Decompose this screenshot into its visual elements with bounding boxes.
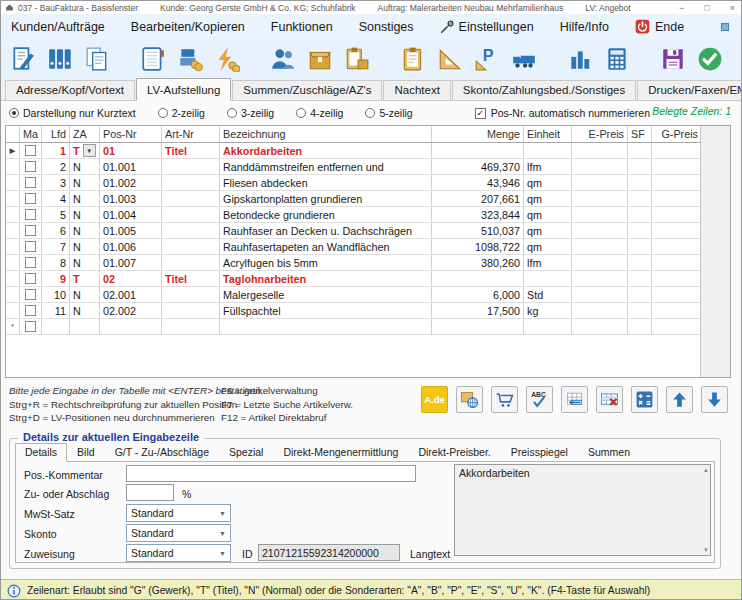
article-web-button[interactable]: [456, 386, 483, 413]
zuweisung-select[interactable]: Standard▼: [126, 544, 231, 562]
menu-sonstiges[interactable]: Sonstiges: [359, 20, 414, 34]
column-header-menge[interactable]: Menge: [432, 126, 524, 142]
row-checkbox[interactable]: [25, 145, 36, 156]
maximize-button[interactable]: □: [704, 3, 709, 13]
calculator-button[interactable]: [601, 43, 633, 75]
table-row[interactable]: 10N02.001Malergeselle6,000Std: [6, 287, 703, 303]
column-header-e-preis[interactable]: E-Preis: [572, 126, 628, 142]
calculator-button[interactable]: [631, 386, 658, 413]
tab-skonto-zahlungsbed-sonstiges[interactable]: Skonto/Zahlungsbed./Sonstiges: [452, 80, 636, 100]
column-header-g-preis[interactable]: G-Preis: [652, 126, 702, 142]
details-tab-details[interactable]: Details: [15, 443, 67, 462]
menu-ende[interactable]: Ende: [635, 19, 684, 34]
row-checkbox[interactable]: [25, 289, 36, 300]
column-header-einheit[interactable]: Einheit: [524, 126, 572, 142]
package-button[interactable]: [304, 43, 336, 75]
column-header-art-nr[interactable]: Art-Nr: [162, 126, 220, 142]
table-row[interactable]: 11N02.002Füllspachtel17,500kg: [6, 303, 703, 319]
tab-adresse-kopf-vortext[interactable]: Adresse/Kopf/Vortext: [5, 80, 135, 100]
row-checkbox[interactable]: [25, 177, 36, 188]
row-checkbox[interactable]: [25, 193, 36, 204]
clipboard-button[interactable]: [397, 43, 429, 75]
column-header-bezeichnung[interactable]: Bezeichnung: [220, 126, 432, 142]
toolbar-grip[interactable]: [721, 23, 729, 31]
menu-funktionen[interactable]: Funktionen: [271, 20, 333, 34]
clipboard-package-button[interactable]: [341, 43, 373, 75]
radio-2-zeilig[interactable]: 2-zeilig: [158, 107, 205, 119]
radio-3-zeilig[interactable]: 3-zeilig: [227, 107, 274, 119]
delete-row-button[interactable]: [596, 386, 623, 413]
details-tab-g-t-zu-abschläge[interactable]: G/T - Zu-/Abschläge: [105, 443, 219, 462]
details-tab-direkt-preisber[interactable]: Direkt-Preisber.: [408, 443, 500, 462]
column-header-pos-nr[interactable]: Pos-Nr: [100, 126, 162, 142]
column-header-sf[interactable]: SF: [628, 126, 652, 142]
table-row[interactable]: 6N01.005Rauhfaser an Decken u. Dachschrä…: [6, 223, 703, 239]
tab-nachtext[interactable]: Nachtext: [383, 80, 450, 100]
details-tab-spezial[interactable]: Spezial: [219, 443, 273, 462]
table-row[interactable]: *: [6, 319, 703, 335]
details-tab-bild[interactable]: Bild: [67, 443, 105, 462]
table-row[interactable]: 9T02TitelTaglohnarbeiten: [6, 271, 703, 287]
table-row[interactable]: 7N01.006Rauhfasertapeten an Wandflächen1…: [6, 239, 703, 255]
radio-4-zeilig[interactable]: 4-zeilig: [296, 107, 343, 119]
details-tab-direkt-mengenermittlung[interactable]: Direkt-Mengenermittlung: [273, 443, 408, 462]
cart-button[interactable]: [491, 386, 518, 413]
mwst-select[interactable]: Standard▼: [126, 504, 231, 522]
triangle-ruler-button[interactable]: [434, 43, 466, 75]
details-tab-preisspiegel[interactable]: Preisspiegel: [501, 443, 578, 462]
details-tab-summen[interactable]: Summen: [578, 443, 640, 462]
scroll-down-icon[interactable]: ▼: [703, 547, 709, 553]
row-checkbox[interactable]: [25, 225, 36, 236]
insert-row-button[interactable]: [561, 386, 588, 413]
row-checkbox[interactable]: [25, 209, 36, 220]
confirm-check-button[interactable]: [694, 43, 726, 75]
tab-summen-zuschläge-az-s[interactable]: Summen/Zuschläge/AZ's: [232, 80, 382, 100]
users-button[interactable]: [267, 43, 299, 75]
copy-documents-button[interactable]: [81, 43, 113, 75]
row-checkbox[interactable]: [25, 321, 36, 332]
menu-bearbeiten-kopieren[interactable]: Bearbeiten/Kopieren: [131, 20, 245, 34]
radio-5-zeilig[interactable]: 5-zeilig: [365, 107, 412, 119]
a-de-button[interactable]: A.de: [421, 386, 448, 413]
table-row[interactable]: ▶1T▼01TitelAkkordarbeiten: [6, 143, 703, 159]
row-checkbox[interactable]: [25, 257, 36, 268]
table-scroll-area[interactable]: [700, 126, 730, 377]
checkbox-pos-nr-automatisch-nummerieren[interactable]: ✓Pos-Nr. automatisch nummerieren: [475, 107, 650, 119]
scroll-up-icon[interactable]: ▲: [703, 467, 709, 473]
menu-einstellungen[interactable]: Einstellungen: [440, 20, 534, 34]
move-down-button[interactable]: [701, 386, 728, 413]
skonto-select[interactable]: Standard▼: [126, 524, 231, 542]
menu-kunden-auftraege[interactable]: Kunden/Aufträge: [11, 20, 105, 34]
zu-abschlag-input[interactable]: [126, 484, 174, 501]
row-checkbox[interactable]: [25, 241, 36, 252]
column-header-ma[interactable]: Ma: [20, 126, 42, 142]
table-row[interactable]: 8N01.007Acrylfugen bis 5mm380,260lfm: [6, 255, 703, 271]
close-button[interactable]: ×: [730, 3, 735, 13]
table-row[interactable]: 5N01.004Betondecke grundieren323,844qm: [6, 207, 703, 223]
row-checkbox[interactable]: [25, 273, 36, 284]
menu-hilfe-info[interactable]: Hilfe/Info: [560, 20, 609, 34]
radio-darstellung-nur-kurztext[interactable]: Darstellung nur Kurztext: [9, 107, 136, 119]
pos-kommentar-input[interactable]: [126, 465, 416, 482]
save-floppy-button[interactable]: [657, 43, 689, 75]
column-header-za[interactable]: ZA: [70, 126, 100, 142]
truck-button[interactable]: [508, 43, 540, 75]
row-checkbox[interactable]: [25, 305, 36, 316]
table-row[interactable]: 4N01.003Gipskartonplatten grundieren207,…: [6, 191, 703, 207]
tab-drucken-faxen-email[interactable]: Drucken/Faxen/EMail: [637, 80, 742, 100]
row-checkbox[interactable]: [25, 161, 36, 172]
notebook-button[interactable]: [137, 43, 169, 75]
langtext-area[interactable]: Akkordarbeiten▲▼: [454, 464, 711, 556]
column-header-lfd[interactable]: Lfd: [42, 126, 70, 142]
tab-lv-aufstellung[interactable]: LV-Aufstellung: [136, 78, 231, 101]
lightning-coins-button[interactable]: [211, 43, 243, 75]
move-up-button[interactable]: [666, 386, 693, 413]
za-dropdown-button[interactable]: ▼: [83, 144, 96, 157]
binders-button[interactable]: [44, 43, 76, 75]
minimize-button[interactable]: −: [679, 3, 684, 13]
bar-chart-button[interactable]: [564, 43, 596, 75]
document-edit-button[interactable]: [7, 43, 39, 75]
table-row[interactable]: 3N01.002Fliesen abdecken43,946qm: [6, 175, 703, 191]
cash-register-button[interactable]: [174, 43, 206, 75]
table-row[interactable]: 2N01.001Randdämmstreifen entfernen und46…: [6, 159, 703, 175]
